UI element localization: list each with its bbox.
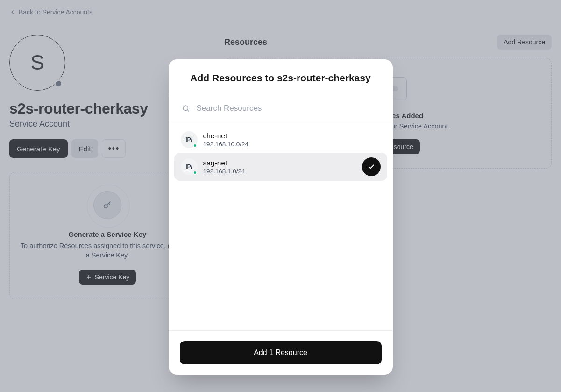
modal-search-bar[interactable] [169, 96, 393, 121]
ip-badge-icon: IP/ [181, 131, 198, 148]
status-dot-online [193, 143, 197, 148]
add-resource-submit-button[interactable]: Add 1 Resource [180, 341, 382, 364]
selected-check [362, 157, 381, 176]
resource-list: IP/ che-net 192.168.10.0/24 IP/ sag-net … [169, 121, 393, 330]
svg-line-6 [187, 110, 189, 111]
resource-item-che-net[interactable]: IP/ che-net 192.168.10.0/24 [174, 127, 387, 153]
svg-point-5 [183, 106, 188, 111]
search-icon [182, 104, 190, 113]
resource-cidr: 192.168.10.0/24 [203, 141, 381, 148]
resource-name: che-net [203, 132, 381, 140]
modal-title: Add Resources to s2s-router-cherkasy [169, 59, 393, 96]
check-icon [368, 163, 375, 171]
status-dot-online [193, 171, 197, 175]
resource-item-sag-net[interactable]: IP/ sag-net 192.168.1.0/24 [174, 153, 387, 181]
modal-overlay[interactable]: Add Resources to s2s-router-cherkasy IP/… [0, 0, 561, 392]
add-resources-modal: Add Resources to s2s-router-cherkasy IP/… [169, 59, 393, 375]
resource-cidr: 192.168.1.0/24 [203, 168, 356, 175]
resource-name: sag-net [203, 159, 356, 167]
search-input[interactable] [197, 104, 380, 113]
ip-badge-icon: IP/ [181, 158, 198, 175]
